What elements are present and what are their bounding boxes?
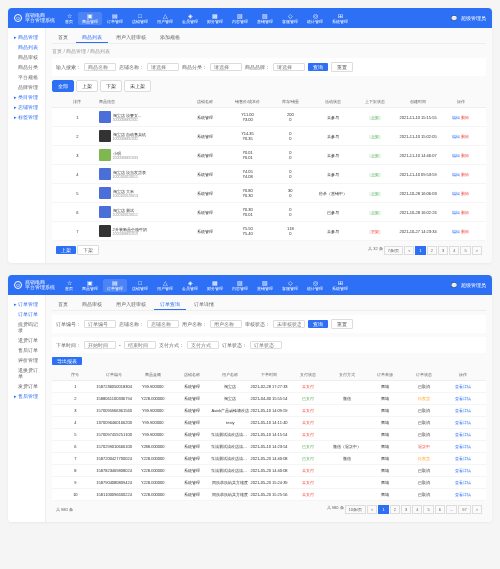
nav-item[interactable]: ▤订单管理 (103, 12, 127, 25)
nav-item[interactable]: ▧营销管理 (253, 279, 277, 292)
view-link[interactable]: 查看详情 (455, 444, 471, 449)
tab[interactable]: 用户入驻审核 (110, 32, 152, 43)
sidebar-group[interactable]: ▸ 类目管理 (8, 92, 45, 102)
nav-item[interactable]: △用户管理 (153, 279, 177, 292)
edit-link[interactable]: 编辑 (452, 229, 460, 234)
status-tab[interactable]: 下架 (100, 80, 122, 92)
page-number[interactable]: 2 (390, 505, 400, 514)
chat-icon[interactable]: 💬 (451, 15, 457, 21)
delete-link[interactable]: 删除 (461, 210, 469, 215)
store-input[interactable] (147, 320, 179, 328)
sidebar-item[interactable]: 退换货订单 (8, 365, 45, 381)
nav-item[interactable]: ▨内容管理 (228, 279, 252, 292)
sidebar-item[interactable]: 品牌管理 (8, 82, 45, 92)
sidebar-group[interactable]: ▸ 商品管理 (8, 32, 45, 42)
sidebar-item[interactable]: 提货码记录 (8, 319, 45, 335)
product-name-input[interactable] (84, 63, 116, 71)
page-number[interactable]: 6 (435, 505, 445, 514)
nav-item[interactable]: ⊞系统管理 (328, 12, 352, 25)
page-number[interactable]: 2 (427, 246, 437, 255)
nav-item[interactable]: ▣商品管理 (78, 12, 102, 25)
brand-select[interactable] (273, 63, 305, 71)
view-link[interactable]: 查看详情 (455, 396, 471, 401)
user-input[interactable] (210, 320, 242, 328)
chat-icon[interactable]: 💬 (451, 282, 457, 288)
delete-link[interactable]: 删除 (461, 229, 469, 234)
edit-link[interactable]: 编辑 (452, 153, 460, 158)
view-link[interactable]: 查看详情 (455, 456, 471, 461)
edit-link[interactable]: 编辑 (452, 172, 460, 177)
nav-item[interactable]: ◎统计管理 (303, 279, 327, 292)
prev-page[interactable]: < (367, 505, 377, 514)
next-page[interactable]: > (472, 505, 482, 514)
nav-item[interactable]: ☆首页 (61, 279, 77, 292)
sidebar-item[interactable]: 商品审核 (8, 52, 45, 62)
nav-item[interactable]: ▦财务管理 (203, 12, 227, 25)
pay-select[interactable] (187, 341, 219, 349)
sidebar-item[interactable]: 商品分类 (8, 62, 45, 72)
page-number[interactable]: 1 (415, 246, 425, 255)
reset-button[interactable]: 重置 (331, 319, 353, 329)
nav-item[interactable]: ▣商品管理 (78, 279, 102, 292)
edit-link[interactable]: 编辑 (452, 191, 460, 196)
ostatus-select[interactable] (250, 341, 282, 349)
status-tab[interactable]: 未上架 (124, 80, 151, 92)
edit-link[interactable]: 编辑 (452, 134, 460, 139)
view-link[interactable]: 查看详情 (455, 480, 471, 485)
reset-button[interactable]: 重置 (331, 62, 353, 72)
tab[interactable]: 添加规格 (154, 32, 186, 43)
tab[interactable]: 订单详情 (188, 299, 220, 310)
page-size[interactable]: 7条/页 (384, 246, 403, 255)
admin-label[interactable]: 超级管理员 (461, 15, 486, 21)
view-link[interactable]: 查看详情 (455, 384, 471, 389)
page-number[interactable]: 4 (412, 505, 422, 514)
nav-item[interactable]: □店铺管理 (128, 279, 152, 292)
delete-link[interactable]: 删除 (461, 115, 469, 120)
page-number[interactable]: 1 (378, 505, 388, 514)
category-select[interactable] (210, 63, 242, 71)
delete-link[interactable]: 删除 (461, 172, 469, 177)
sidebar-item[interactable]: 订单订单 (8, 309, 45, 319)
export-button[interactable]: 导出报表 (52, 357, 82, 365)
page-number[interactable]: 5 (423, 505, 433, 514)
edit-link[interactable]: 编辑 (452, 210, 460, 215)
search-button[interactable]: 查询 (308, 63, 328, 71)
sidebar-group[interactable]: ▸ 标签管理 (8, 112, 45, 122)
sidebar-item[interactable]: 发货订单 (8, 381, 45, 391)
nav-item[interactable]: ◈会员管理 (178, 12, 202, 25)
nav-item[interactable]: ▦财务管理 (203, 279, 227, 292)
next-page[interactable]: > (472, 246, 482, 255)
nav-item[interactable]: ▤订单管理 (103, 279, 127, 292)
page-number[interactable]: ... (446, 505, 457, 514)
tab[interactable]: 用户入驻审核 (110, 299, 152, 310)
tab[interactable]: 商品列表 (76, 32, 108, 43)
sidebar-group[interactable]: ▸ 订单管理 (8, 299, 45, 309)
store-select[interactable] (147, 63, 179, 71)
admin-label[interactable]: 超级管理员 (461, 282, 486, 288)
prev-page[interactable]: < (404, 246, 414, 255)
page-number[interactable]: 4 (449, 246, 459, 255)
nav-item[interactable]: ▧营销管理 (253, 12, 277, 25)
sidebar-group[interactable]: ▸ 售后管理 (8, 391, 45, 401)
delete-link[interactable]: 删除 (461, 153, 469, 158)
nav-item[interactable]: ◈会员管理 (178, 279, 202, 292)
sidebar-item[interactable]: 退货订单 (8, 335, 45, 345)
edit-link[interactable]: 编辑 (452, 115, 460, 120)
nav-item[interactable]: ◇客服管理 (278, 12, 302, 25)
view-link[interactable]: 查看详情 (455, 468, 471, 473)
page-size[interactable]: 10条/页 (345, 505, 367, 514)
tab[interactable]: 首页 (52, 299, 74, 310)
tab[interactable]: 商品审核 (76, 299, 108, 310)
time-start-input[interactable] (84, 341, 116, 349)
page-number[interactable]: 3 (438, 246, 448, 255)
time-end-input[interactable] (124, 341, 156, 349)
nav-item[interactable]: ◎统计管理 (303, 12, 327, 25)
page-number[interactable]: 5 (460, 246, 470, 255)
nav-item[interactable]: □店铺管理 (128, 12, 152, 25)
tab[interactable]: 首页 (52, 32, 74, 43)
view-link[interactable]: 查看详情 (455, 432, 471, 437)
nav-item[interactable]: △用户管理 (153, 12, 177, 25)
nav-item[interactable]: ☆首页 (61, 12, 77, 25)
sidebar-item[interactable]: 平台规格 (8, 72, 45, 82)
view-link[interactable]: 查看详情 (455, 408, 471, 413)
